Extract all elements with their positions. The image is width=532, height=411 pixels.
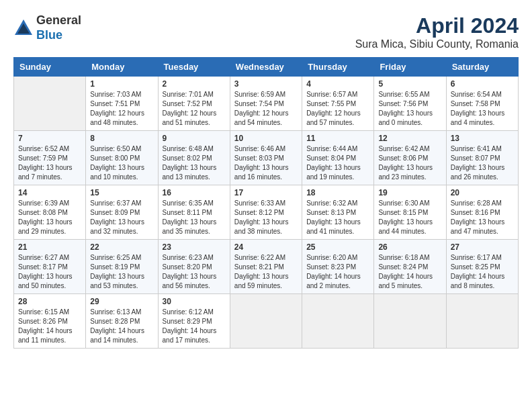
day-number: 21 — [18, 242, 81, 252]
day-info: Sunrise: 6:13 AM Sunset: 8:28 PM Dayligh… — [90, 308, 153, 345]
day-info: Sunrise: 6:35 AM Sunset: 8:11 PM Dayligh… — [163, 199, 226, 236]
day-info: Sunrise: 6:28 AM Sunset: 8:16 PM Dayligh… — [451, 199, 514, 236]
day-number: 11 — [306, 134, 369, 143]
day-info: Sunrise: 7:03 AM Sunset: 7:51 PM Dayligh… — [90, 90, 153, 128]
calendar-week-5: 28Sunrise: 6:15 AM Sunset: 8:26 PM Dayli… — [14, 294, 519, 349]
calendar-cell: 13Sunrise: 6:41 AM Sunset: 8:07 PM Dayli… — [446, 131, 518, 185]
calendar-cell: 14Sunrise: 6:39 AM Sunset: 8:08 PM Dayli… — [14, 185, 86, 240]
calendar-header-saturday: Saturday — [446, 58, 518, 77]
day-info: Sunrise: 6:23 AM Sunset: 8:20 PM Dayligh… — [163, 253, 226, 291]
day-number: 28 — [18, 297, 81, 306]
calendar-table: SundayMondayTuesdayWednesdayThursdayFrid… — [13, 57, 519, 349]
logo: General Blue — [13, 13, 81, 42]
day-number: 10 — [234, 134, 298, 143]
title-block: April 2024 Sura Mica, Sibiu County, Roma… — [355, 13, 519, 50]
calendar-cell: 25Sunrise: 6:20 AM Sunset: 8:23 PM Dayli… — [302, 240, 374, 294]
day-number: 24 — [234, 242, 298, 252]
calendar-cell: 21Sunrise: 6:27 AM Sunset: 8:17 PM Dayli… — [14, 240, 86, 294]
day-info: Sunrise: 6:41 AM Sunset: 8:07 PM Dayligh… — [451, 144, 514, 182]
calendar-header-row: SundayMondayTuesdayWednesdayThursdayFrid… — [14, 58, 519, 77]
day-info: Sunrise: 6:52 AM Sunset: 7:59 PM Dayligh… — [18, 144, 81, 182]
calendar-cell: 29Sunrise: 6:13 AM Sunset: 8:28 PM Dayli… — [86, 294, 158, 349]
day-info: Sunrise: 6:17 AM Sunset: 8:25 PM Dayligh… — [451, 253, 514, 291]
day-number: 6 — [451, 79, 514, 89]
day-number: 23 — [163, 242, 226, 252]
calendar-header-sunday: Sunday — [14, 58, 86, 77]
calendar-cell — [374, 294, 446, 349]
day-info: Sunrise: 6:18 AM Sunset: 8:24 PM Dayligh… — [378, 253, 441, 291]
day-info: Sunrise: 6:44 AM Sunset: 8:04 PM Dayligh… — [306, 144, 369, 182]
logo-general: General — [36, 13, 81, 27]
day-info: Sunrise: 6:39 AM Sunset: 8:08 PM Dayligh… — [18, 199, 81, 236]
calendar-cell: 3Sunrise: 6:59 AM Sunset: 7:54 PM Daylig… — [230, 77, 302, 131]
day-number: 17 — [234, 188, 298, 197]
calendar-header-thursday: Thursday — [302, 58, 374, 77]
day-number: 18 — [306, 188, 369, 197]
day-number: 4 — [306, 79, 369, 89]
day-info: Sunrise: 6:42 AM Sunset: 8:06 PM Dayligh… — [378, 144, 441, 182]
calendar-cell: 5Sunrise: 6:55 AM Sunset: 7:56 PM Daylig… — [374, 77, 446, 131]
day-info: Sunrise: 6:15 AM Sunset: 8:26 PM Dayligh… — [18, 308, 81, 345]
calendar-week-2: 7Sunrise: 6:52 AM Sunset: 7:59 PM Daylig… — [14, 131, 519, 185]
calendar-cell: 28Sunrise: 6:15 AM Sunset: 8:26 PM Dayli… — [14, 294, 86, 349]
logo-blue: Blue — [36, 28, 62, 42]
calendar-cell: 30Sunrise: 6:12 AM Sunset: 8:29 PM Dayli… — [158, 294, 230, 349]
page-subtitle: Sura Mica, Sibiu County, Romania — [355, 38, 519, 50]
day-number: 2 — [163, 79, 226, 89]
calendar-cell: 16Sunrise: 6:35 AM Sunset: 8:11 PM Dayli… — [158, 185, 230, 240]
calendar-cell: 9Sunrise: 6:48 AM Sunset: 8:02 PM Daylig… — [158, 131, 230, 185]
day-number: 1 — [90, 79, 153, 89]
calendar-cell: 15Sunrise: 6:37 AM Sunset: 8:09 PM Dayli… — [86, 185, 158, 240]
calendar-cell: 2Sunrise: 7:01 AM Sunset: 7:52 PM Daylig… — [158, 77, 230, 131]
calendar-cell: 4Sunrise: 6:57 AM Sunset: 7:55 PM Daylig… — [302, 77, 374, 131]
day-number: 7 — [18, 134, 81, 143]
day-number: 19 — [378, 188, 441, 197]
calendar-cell — [14, 77, 86, 131]
day-info: Sunrise: 6:27 AM Sunset: 8:17 PM Dayligh… — [18, 253, 81, 291]
day-info: Sunrise: 6:48 AM Sunset: 8:02 PM Dayligh… — [163, 144, 226, 182]
day-number: 22 — [90, 242, 153, 252]
day-info: Sunrise: 6:54 AM Sunset: 7:58 PM Dayligh… — [451, 90, 514, 128]
calendar-cell: 23Sunrise: 6:23 AM Sunset: 8:20 PM Dayli… — [158, 240, 230, 294]
calendar-header-wednesday: Wednesday — [230, 58, 302, 77]
calendar-cell — [230, 294, 302, 349]
day-info: Sunrise: 6:20 AM Sunset: 8:23 PM Dayligh… — [306, 253, 369, 291]
day-info: Sunrise: 6:50 AM Sunset: 8:00 PM Dayligh… — [90, 144, 153, 182]
calendar-cell: 11Sunrise: 6:44 AM Sunset: 8:04 PM Dayli… — [302, 131, 374, 185]
calendar-cell: 1Sunrise: 7:03 AM Sunset: 7:51 PM Daylig… — [86, 77, 158, 131]
day-number: 16 — [163, 188, 226, 197]
calendar-cell: 19Sunrise: 6:30 AM Sunset: 8:15 PM Dayli… — [374, 185, 446, 240]
calendar-cell: 26Sunrise: 6:18 AM Sunset: 8:24 PM Dayli… — [374, 240, 446, 294]
day-number: 12 — [378, 134, 441, 143]
day-info: Sunrise: 6:46 AM Sunset: 8:03 PM Dayligh… — [234, 144, 298, 182]
calendar-cell: 18Sunrise: 6:32 AM Sunset: 8:13 PM Dayli… — [302, 185, 374, 240]
day-info: Sunrise: 6:30 AM Sunset: 8:15 PM Dayligh… — [378, 199, 441, 236]
day-number: 29 — [90, 297, 153, 306]
day-number: 3 — [234, 79, 298, 89]
day-info: Sunrise: 6:12 AM Sunset: 8:29 PM Dayligh… — [163, 308, 226, 345]
calendar-week-4: 21Sunrise: 6:27 AM Sunset: 8:17 PM Dayli… — [14, 240, 519, 294]
logo-icon — [13, 18, 34, 38]
calendar-cell: 12Sunrise: 6:42 AM Sunset: 8:06 PM Dayli… — [374, 131, 446, 185]
day-info: Sunrise: 6:57 AM Sunset: 7:55 PM Dayligh… — [306, 90, 369, 128]
day-info: Sunrise: 6:55 AM Sunset: 7:56 PM Dayligh… — [378, 90, 441, 128]
day-number: 26 — [378, 242, 441, 252]
day-number: 30 — [163, 297, 226, 306]
day-number: 5 — [378, 79, 441, 89]
calendar-cell: 20Sunrise: 6:28 AM Sunset: 8:16 PM Dayli… — [446, 185, 518, 240]
day-info: Sunrise: 6:32 AM Sunset: 8:13 PM Dayligh… — [306, 199, 369, 236]
calendar-header-tuesday: Tuesday — [158, 58, 230, 77]
calendar-cell — [302, 294, 374, 349]
day-info: Sunrise: 6:59 AM Sunset: 7:54 PM Dayligh… — [234, 90, 298, 128]
calendar-cell: 24Sunrise: 6:22 AM Sunset: 8:21 PM Dayli… — [230, 240, 302, 294]
calendar-cell — [446, 294, 518, 349]
day-number: 8 — [90, 134, 153, 143]
day-number: 20 — [451, 188, 514, 197]
day-info: Sunrise: 6:22 AM Sunset: 8:21 PM Dayligh… — [234, 253, 298, 291]
logo-text: General Blue — [36, 13, 81, 42]
calendar-cell: 22Sunrise: 6:25 AM Sunset: 8:19 PM Dayli… — [86, 240, 158, 294]
day-number: 15 — [90, 188, 153, 197]
page-title: April 2024 — [355, 13, 519, 38]
calendar-week-1: 1Sunrise: 7:03 AM Sunset: 7:51 PM Daylig… — [14, 77, 519, 131]
calendar-cell: 17Sunrise: 6:33 AM Sunset: 8:12 PM Dayli… — [230, 185, 302, 240]
